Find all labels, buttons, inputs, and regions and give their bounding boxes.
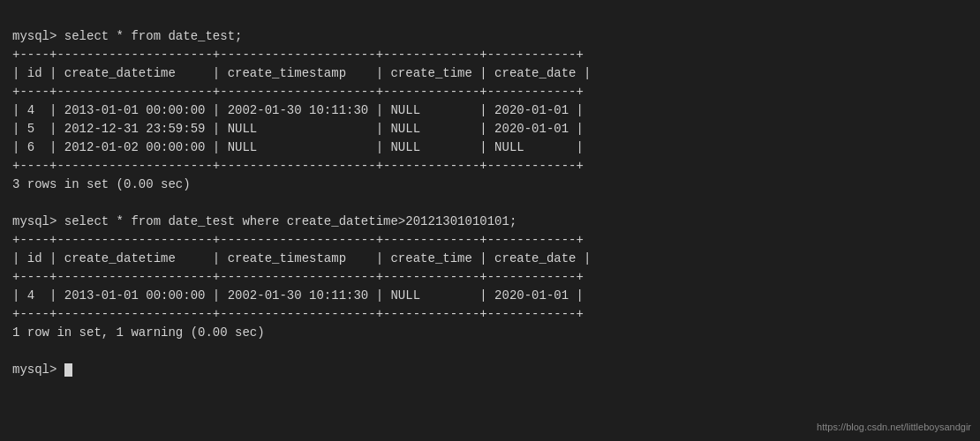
query2-divider-header: +----+---------------------+------------… <box>12 270 584 284</box>
query2-command: select * from date_test where create_dat… <box>64 214 516 228</box>
query1-divider-top: +----+---------------------+------------… <box>12 48 584 62</box>
query2-prompt: mysql> <box>12 214 64 228</box>
query2-divider-top: +----+---------------------+------------… <box>12 233 584 247</box>
query1-result: 3 rows in set (0.00 sec) <box>12 177 191 191</box>
query1-command: select * from date_test; <box>64 29 243 43</box>
query1-row-2: | 6 | 2012-01-02 00:00:00 | NULL | NULL … <box>12 140 584 154</box>
query1-prompt: mysql> <box>12 29 64 43</box>
query2-row-0: | 4 | 2013-01-01 00:00:00 | 2002-01-30 1… <box>12 288 584 303</box>
cursor-block <box>64 363 72 377</box>
query1-row-1: | 5 | 2012-12-31 23:59:59 | NULL | NULL … <box>12 122 584 136</box>
query2-divider-bottom: +----+---------------------+------------… <box>12 307 584 321</box>
query1-divider-bottom: +----+---------------------+------------… <box>12 159 584 173</box>
query1-row-0: | 4 | 2013-01-01 00:00:00 | 2002-01-30 1… <box>12 103 584 117</box>
terminal-output: mysql> select * from date_test; +----+--… <box>12 9 968 379</box>
watermark: https://blog.csdn.net/littleboysandgir <box>817 422 971 432</box>
query2-result: 1 row in set, 1 warning (0.00 sec) <box>12 325 265 340</box>
query2-header: | id | create_datetime | create_timestam… <box>12 251 591 265</box>
query1-header: | id | create_datetime | create_timestam… <box>12 66 591 80</box>
final-prompt: mysql> <box>12 363 64 377</box>
query1-divider-header: +----+---------------------+------------… <box>12 85 584 99</box>
